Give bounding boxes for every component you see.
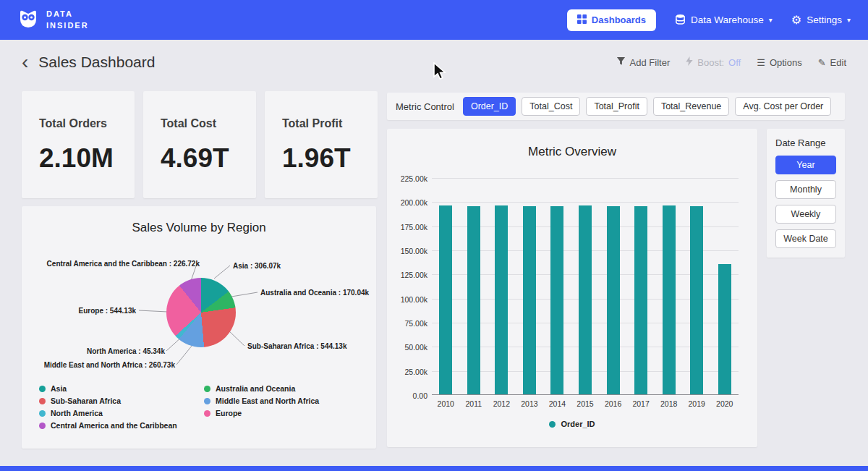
legend-label: Order_ID	[561, 420, 595, 428]
date-range-button-monthly[interactable]: Monthly	[775, 180, 836, 199]
gear-icon: ⚙	[791, 14, 801, 26]
brand-text: DATA INSIDER	[46, 9, 89, 31]
date-range-button-weekly[interactable]: Weekly	[775, 205, 836, 224]
bar-plot-area	[432, 178, 739, 395]
page: DATA INSIDER Dashboards Data Warehouse ▾…	[0, 0, 868, 471]
metric-button-total-cost[interactable]: Total_Cost	[522, 97, 580, 116]
edit-button[interactable]: ✎ Edit	[818, 57, 846, 68]
page-header: ‹ Sales Dashboard Add Filter Boost: Off …	[22, 54, 846, 71]
bar-cell	[543, 206, 571, 394]
bar-2018	[663, 205, 676, 394]
bar-2019	[690, 206, 703, 394]
chevron-down-icon: ▾	[769, 16, 773, 24]
bar-chart-card: Metric Overview 225.00k200.00k175.00k150…	[387, 129, 757, 447]
kpi-value: 4.69T	[161, 143, 256, 174]
brand[interactable]: DATA INSIDER	[17, 8, 89, 33]
boost-icon	[686, 56, 693, 68]
bar-cell	[655, 205, 683, 394]
filter-icon	[616, 56, 626, 68]
pie-slice-label: Sub-Saharan Africa : 544.13k	[247, 342, 346, 350]
page-title: Sales Dashboard	[38, 54, 155, 71]
bar-cell	[488, 205, 516, 394]
add-filter-button[interactable]: Add Filter	[616, 56, 671, 68]
legend-label: Asia	[51, 384, 67, 393]
date-range-button-year[interactable]: Year	[775, 156, 836, 174]
add-filter-label: Add Filter	[630, 57, 671, 68]
brand-line1: DATA	[46, 9, 73, 18]
bar-cell	[627, 206, 655, 394]
x-axis-label: 2012	[488, 399, 516, 408]
y-axis-label: 175.00k	[387, 223, 427, 232]
legend-dot	[39, 423, 46, 429]
legend-dot	[204, 410, 210, 417]
options-label: Options	[770, 57, 802, 68]
kpi-row: Total Orders 2.10M Total Cost 4.69T Tota…	[22, 91, 378, 198]
settings-menu[interactable]: ⚙ Settings ▾	[791, 14, 851, 26]
y-axis-label: 25.00k	[387, 368, 427, 376]
legend-dot	[39, 398, 46, 404]
date-range-button-week-date[interactable]: Week Date	[775, 229, 836, 248]
chevron-left-icon: ‹	[22, 51, 28, 73]
pie-slice-label: Australia and Oceania : 170.04k	[260, 289, 369, 297]
boost-toggle[interactable]: Boost: Off	[686, 56, 741, 68]
kpi-label: Total Cost	[161, 117, 256, 130]
legend-label: Middle East and North Africa	[216, 396, 319, 405]
pie-legend-item[interactable]: Middle East and North Africa	[204, 396, 369, 405]
top-navbar: DATA INSIDER Dashboards Data Warehouse ▾…	[0, 0, 868, 40]
dashboards-button[interactable]: Dashboards	[567, 9, 656, 31]
bar-legend-item[interactable]: Order_ID	[549, 420, 595, 428]
footer-bar	[0, 466, 868, 471]
bar-2016	[607, 206, 620, 394]
legend-label: Europe	[216, 409, 242, 417]
bar-2010	[439, 205, 452, 394]
metric-button-total-revenue[interactable]: Total_Revenue	[653, 97, 729, 116]
legend-dot	[204, 386, 210, 392]
metric-button-order-id[interactable]: Order_ID	[463, 97, 516, 116]
pie-legend-item[interactable]: Sub-Saharan Africa	[39, 396, 204, 405]
bar-cell	[599, 206, 627, 394]
legend-dot	[39, 410, 46, 417]
bar-cell	[432, 205, 460, 394]
pie-legend-item[interactable]: Central America and the Caribbean	[39, 421, 204, 430]
owl-logo-icon	[17, 8, 39, 33]
data-warehouse-menu[interactable]: Data Warehouse ▾	[675, 14, 773, 27]
pie-slice-label: Asia : 306.07k	[233, 262, 281, 270]
pie-legend: AsiaSub-Saharan AfricaNorth AmericaCentr…	[39, 384, 369, 433]
bar-cell	[683, 206, 711, 394]
options-button[interactable]: ☰ Options	[757, 57, 801, 68]
x-axis-label: 2011	[460, 399, 488, 408]
y-axis-label: 50.00k	[387, 343, 427, 352]
bar-2012	[495, 205, 508, 394]
edit-label: Edit	[830, 57, 846, 68]
pie-legend-item[interactable]: North America	[39, 409, 204, 417]
pie-legend-item[interactable]: Asia	[39, 384, 204, 393]
bar-chart-title: Metric Overview	[387, 129, 757, 159]
bar-x-axis: 2010201120122013201420152016201720182019…	[432, 399, 739, 408]
bar-2011	[467, 206, 480, 394]
metric-control-label: Metric Control	[396, 101, 454, 112]
brand-line2: INSIDER	[46, 21, 89, 30]
settings-label: Settings	[807, 14, 842, 25]
x-axis-label: 2016	[599, 399, 627, 408]
x-axis-label: 2017	[627, 399, 655, 408]
date-range-label: Date Range	[775, 137, 836, 148]
kpi-card-total-cost: Total Cost 4.69T	[143, 91, 256, 198]
bar-cell	[516, 206, 544, 394]
legend-dot	[204, 398, 210, 404]
bar-y-axis: 225.00k200.00k175.00k150.00k125.00k100.0…	[387, 178, 427, 395]
x-axis-label: 2014	[543, 399, 571, 408]
pie-legend-column-1: AsiaSub-Saharan AfricaNorth AmericaCentr…	[39, 384, 204, 433]
y-axis-label: 100.00k	[387, 295, 427, 304]
legend-dot	[39, 386, 46, 392]
metric-button-total-profit[interactable]: Total_Profit	[586, 97, 647, 116]
bar-2017	[634, 206, 647, 394]
y-axis-label: 75.00k	[387, 319, 427, 328]
pie-legend-item[interactable]: Australia and Oceania	[204, 384, 369, 393]
metric-button-avg-cost-per-order[interactable]: Avg. Cost per Order	[735, 97, 831, 116]
pie-legend-item[interactable]: Europe	[204, 409, 369, 417]
metric-buttons: Order_IDTotal_CostTotal_ProfitTotal_Reve…	[463, 97, 831, 116]
pie-slice-label: Central America and the Caribbean : 226.…	[47, 260, 200, 268]
back-button[interactable]: ‹	[22, 54, 28, 70]
dashboards-label: Dashboards	[592, 14, 646, 25]
bar-cell	[710, 264, 739, 394]
